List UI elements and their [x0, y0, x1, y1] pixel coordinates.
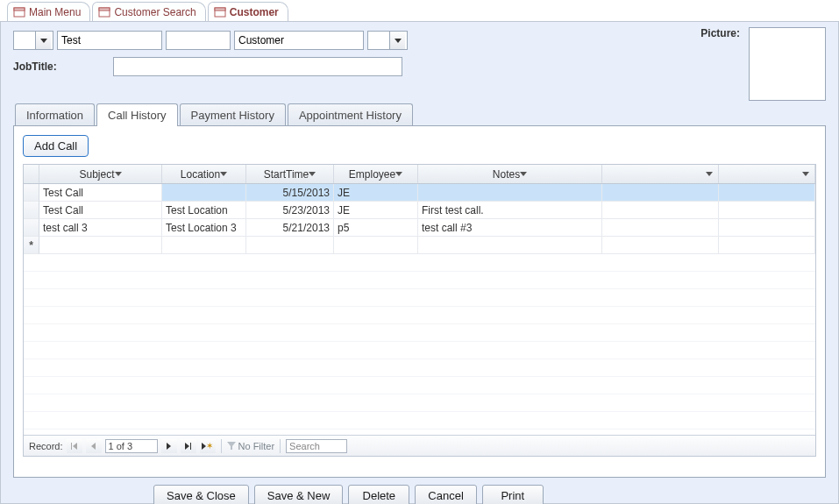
customer-form: JobTitle: Picture: Information Call Hist…: [0, 21, 839, 504]
cell-employee[interactable]: JE: [334, 184, 418, 202]
record-label: Record:: [29, 441, 63, 451]
chevron-down-icon: [309, 172, 316, 176]
cell-location[interactable]: [162, 184, 246, 202]
nav-new-button[interactable]: ✶: [200, 439, 216, 453]
prefix-input[interactable]: [14, 32, 35, 49]
chevron-down-icon: [706, 172, 713, 176]
triangle-left-icon: [73, 443, 77, 450]
window-tab-label: Customer Search: [114, 6, 196, 18]
table-row[interactable]: Test Call 5/15/2013 JE: [24, 184, 815, 202]
call-history-grid: Subject Location StartTime Employee Note…: [23, 164, 816, 457]
window-tab-main-menu[interactable]: Main Menu: [7, 2, 90, 21]
svg-rect-3: [99, 8, 110, 11]
filter-toggle[interactable]: No Filter: [227, 441, 275, 451]
picture-section: Picture:: [700, 27, 826, 101]
cell-subject[interactable]: test call 3: [39, 219, 162, 237]
cell-employee[interactable]: p5: [334, 219, 418, 237]
save-close-button[interactable]: Save & Close: [153, 485, 249, 504]
column-header-location[interactable]: Location: [162, 165, 246, 183]
column-header-subject[interactable]: Subject: [39, 165, 162, 183]
triangle-right-icon: [185, 443, 189, 450]
cell-subject[interactable]: Test Call: [39, 184, 162, 202]
column-header-notes[interactable]: Notes: [418, 165, 602, 183]
cell-notes[interactable]: [418, 184, 602, 202]
tab-call-history[interactable]: Call History: [96, 103, 177, 126]
prefix-combo[interactable]: [13, 31, 53, 50]
add-call-button[interactable]: Add Call: [23, 135, 89, 157]
window-tab-customer-search[interactable]: Customer Search: [92, 2, 205, 21]
table-row[interactable]: test call 3 Test Location 3 5/21/2013 p5…: [24, 219, 815, 237]
row-selector[interactable]: [24, 219, 39, 237]
call-history-page: Add Call Subject Location StartTime Empl…: [13, 125, 826, 478]
chevron-down-icon: [395, 39, 402, 43]
funnel-icon: [227, 442, 236, 451]
triangle-right-icon: [167, 443, 171, 450]
suffix-combo[interactable]: [367, 31, 408, 50]
jobtitle-label: JobTitle:: [13, 60, 110, 73]
first-name-input[interactable]: [57, 31, 162, 50]
svg-marker-6: [227, 442, 236, 450]
cell-location[interactable]: Test Location 3: [162, 219, 246, 237]
tab-information[interactable]: Information: [15, 103, 95, 126]
column-header-employee[interactable]: Employee: [334, 165, 418, 183]
nav-first-button[interactable]: [67, 439, 82, 453]
cell-subject[interactable]: Test Call: [39, 202, 162, 219]
window-tab-customer[interactable]: Customer: [208, 2, 288, 21]
form-icon: [98, 6, 110, 18]
chevron-down-icon: [395, 172, 402, 176]
form-icon: [214, 6, 226, 18]
column-header-blank[interactable]: [719, 165, 815, 183]
delete-button[interactable]: Delete: [348, 485, 409, 504]
picture-label: Picture:: [700, 27, 740, 101]
chevron-down-icon: [115, 172, 122, 176]
record-position-box[interactable]: 1 of 3: [105, 439, 158, 453]
cell-location[interactable]: Test Location: [162, 202, 246, 219]
column-header-starttime[interactable]: StartTime: [246, 165, 334, 183]
form-action-bar: Save & Close Save & New Delete Cancel Pr…: [13, 485, 826, 504]
suffix-input[interactable]: [368, 32, 389, 49]
first-icon: [71, 443, 72, 450]
cell-starttime[interactable]: 5/15/2013: [246, 184, 334, 202]
grid-header: Subject Location StartTime Employee Note…: [24, 165, 815, 184]
cancel-button[interactable]: Cancel: [415, 485, 476, 504]
chevron-down-icon: [220, 172, 227, 176]
picture-frame[interactable]: [749, 27, 826, 101]
print-button[interactable]: Print: [482, 485, 544, 504]
cell-employee[interactable]: JE: [334, 202, 418, 219]
window-tab-label: Main Menu: [29, 6, 81, 18]
tab-appointment-history[interactable]: Appointment History: [288, 103, 413, 126]
dropdown-button[interactable]: [389, 32, 405, 49]
cell-starttime[interactable]: 5/23/2013: [246, 202, 334, 219]
table-row[interactable]: Test Call Test Location 5/23/2013 JE Fir…: [24, 202, 815, 219]
last-name-input[interactable]: [234, 31, 364, 50]
row-selector[interactable]: [24, 184, 39, 202]
form-icon: [13, 6, 25, 18]
tab-payment-history[interactable]: Payment History: [180, 103, 286, 126]
detail-tab-bar: Information Call History Payment History…: [13, 103, 826, 125]
row-selector-new[interactable]: [24, 237, 39, 254]
jobtitle-input[interactable]: [113, 57, 402, 76]
cell-starttime[interactable]: 5/21/2013: [246, 219, 334, 237]
column-header-blank[interactable]: [602, 165, 719, 183]
nav-prev-button[interactable]: [86, 439, 102, 453]
cell-notes[interactable]: First test call.: [418, 202, 602, 219]
window-tab-bar: Main Menu Customer Search Customer: [0, 0, 839, 21]
chevron-down-icon: [802, 172, 809, 176]
chevron-down-icon: [520, 172, 527, 176]
middle-name-input[interactable]: [166, 31, 231, 50]
grid-body: Test Call 5/15/2013 JE Test Call Test Lo…: [24, 184, 815, 435]
last-icon: [190, 443, 191, 450]
new-record-row[interactable]: [24, 237, 815, 254]
svg-rect-1: [14, 8, 25, 11]
save-new-button[interactable]: Save & New: [254, 485, 344, 504]
triangle-left-icon: [91, 443, 96, 450]
record-search-box[interactable]: Search: [286, 439, 347, 453]
row-selector[interactable]: [24, 202, 39, 219]
row-selector-header[interactable]: [24, 165, 39, 183]
nav-last-button[interactable]: [181, 439, 196, 453]
nav-next-button[interactable]: [161, 439, 177, 453]
star-icon: ✶: [206, 441, 213, 451]
cell-notes[interactable]: test call #3: [418, 219, 602, 237]
chevron-down-icon: [40, 39, 47, 43]
dropdown-button[interactable]: [35, 32, 51, 49]
